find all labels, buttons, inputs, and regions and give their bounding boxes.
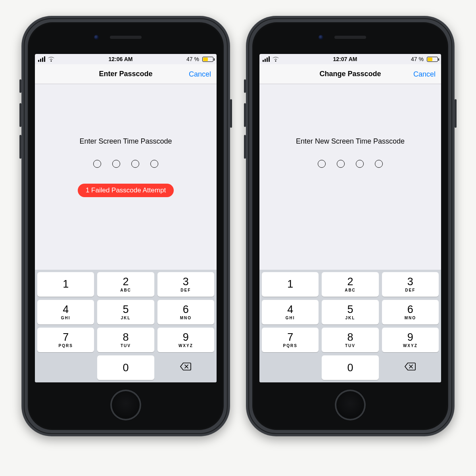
- home-button[interactable]: [110, 390, 141, 420]
- mute-switch: [244, 79, 246, 93]
- cellular-signal-icon: [263, 56, 270, 62]
- front-camera-icon: [319, 35, 323, 40]
- battery-icon: [427, 57, 438, 62]
- status-time: 12:06 AM: [109, 56, 133, 62]
- nav-title: Change Passcode: [319, 70, 381, 78]
- status-bar: 12:06 AM 47 %: [35, 54, 217, 64]
- cellular-signal-icon: [38, 56, 45, 62]
- key-8[interactable]: 8TUV: [322, 328, 378, 352]
- key-6[interactable]: 6MNO: [382, 300, 439, 324]
- battery-percent: 47 %: [186, 56, 199, 62]
- screen-right: 12:07 AM 47 % Change Passcode Cancel Ent…: [259, 54, 441, 382]
- backspace-icon: [404, 362, 416, 373]
- battery-icon: [202, 57, 213, 62]
- key-3[interactable]: 3DEF: [157, 272, 214, 297]
- keypad-blank: [37, 355, 94, 380]
- passcode-dot: [150, 160, 158, 168]
- passcode-dot: [337, 160, 345, 168]
- cancel-button[interactable]: Cancel: [413, 70, 436, 78]
- earpiece-icon: [110, 36, 142, 39]
- wifi-icon: [272, 57, 279, 62]
- power-button: [455, 99, 457, 128]
- wifi-icon: [48, 57, 55, 62]
- status-bar: 12:07 AM 47 %: [259, 54, 441, 64]
- key-6[interactable]: 6MNO: [157, 300, 214, 324]
- key-9[interactable]: 9WXYZ: [157, 328, 214, 352]
- screen-left: 12:06 AM 47 % Enter Passcode Cancel Ente…: [35, 54, 217, 382]
- passcode-dot: [93, 160, 101, 168]
- cancel-button[interactable]: Cancel: [189, 70, 211, 78]
- phone-frame-right: 12:07 AM 47 % Change Passcode Cancel Ent…: [246, 16, 455, 436]
- nav-title: Enter Passcode: [99, 70, 152, 78]
- home-button[interactable]: [335, 390, 366, 420]
- passcode-prompt: Enter Screen Time Passcode: [71, 137, 180, 146]
- key-7[interactable]: 7PQRS: [262, 328, 319, 352]
- battery-percent: 47 %: [411, 56, 424, 62]
- key-1[interactable]: 1: [37, 272, 94, 297]
- passcode-dots: [318, 160, 383, 168]
- key-2[interactable]: 2ABC: [322, 272, 378, 297]
- passcode-dot: [131, 160, 139, 168]
- key-7[interactable]: 7PQRS: [37, 328, 94, 352]
- key-4[interactable]: 4GHI: [37, 300, 94, 324]
- key-delete[interactable]: [157, 355, 214, 380]
- backspace-icon: [180, 362, 192, 373]
- volume-down-button: [244, 135, 246, 159]
- key-delete[interactable]: [382, 355, 439, 380]
- passcode-dot: [318, 160, 326, 168]
- key-5[interactable]: 5JKL: [322, 300, 378, 324]
- key-2[interactable]: 2ABC: [97, 272, 154, 297]
- key-4[interactable]: 4GHI: [262, 300, 319, 324]
- passcode-dot: [356, 160, 364, 168]
- volume-up-button: [244, 103, 246, 127]
- mute-switch: [19, 79, 21, 93]
- key-5[interactable]: 5JKL: [97, 300, 154, 324]
- key-0[interactable]: 0: [97, 355, 154, 380]
- number-keypad: 1 2ABC 3DEF 4GHI 5JKL 6MNO 7PQRS 8TUV 9W…: [35, 270, 217, 382]
- failed-attempt-badge: 1 Failed Passcode Attempt: [78, 184, 174, 197]
- nav-bar: Change Passcode Cancel: [259, 64, 441, 84]
- phone-frame-left: 12:06 AM 47 % Enter Passcode Cancel Ente…: [21, 16, 230, 436]
- passcode-prompt: Enter New Screen Time Passcode: [288, 137, 413, 146]
- key-3[interactable]: 3DEF: [382, 272, 439, 297]
- key-0[interactable]: 0: [322, 355, 378, 380]
- number-keypad: 1 2ABC 3DEF 4GHI 5JKL 6MNO 7PQRS 8TUV 9W…: [259, 270, 441, 382]
- passcode-dot: [375, 160, 383, 168]
- key-9[interactable]: 9WXYZ: [382, 328, 439, 352]
- status-time: 12:07 AM: [333, 56, 357, 62]
- front-camera-icon: [94, 35, 99, 40]
- volume-up-button: [19, 103, 21, 127]
- passcode-dot: [112, 160, 120, 168]
- earpiece-icon: [334, 36, 366, 39]
- content-area: Enter New Screen Time Passcode: [259, 84, 441, 270]
- power-button: [230, 99, 232, 128]
- content-area: Enter Screen Time Passcode 1 Failed Pass…: [35, 84, 217, 270]
- volume-down-button: [19, 135, 21, 159]
- nav-bar: Enter Passcode Cancel: [35, 64, 217, 84]
- key-1[interactable]: 1: [262, 272, 319, 297]
- keypad-blank: [262, 355, 319, 380]
- key-8[interactable]: 8TUV: [97, 328, 154, 352]
- passcode-dots: [93, 160, 158, 168]
